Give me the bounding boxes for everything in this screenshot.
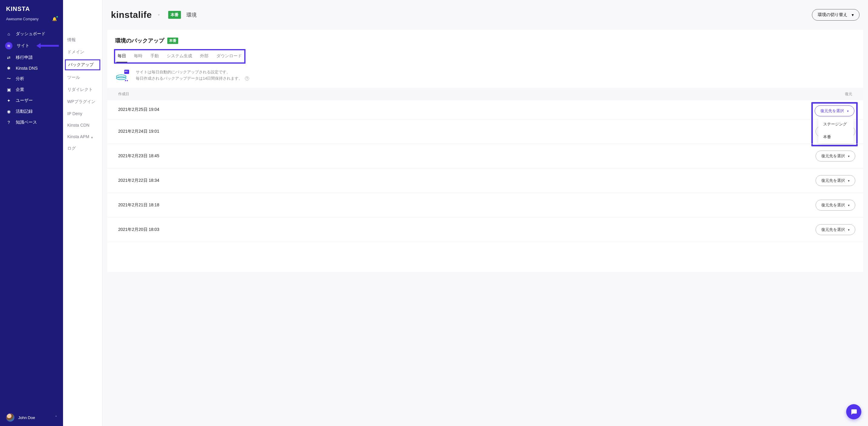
table-row: 2021年2月21日 18:18 復元先を選択 ▾ bbox=[107, 193, 863, 218]
info-line2: 毎日作成されるバックアップデータは14日間保持されます。 bbox=[136, 76, 243, 80]
tab-external[interactable]: 外部 bbox=[199, 52, 210, 62]
info-row: サイトは毎日自動的にバックアップされる設定です。 毎日作成されるバックアップデー… bbox=[107, 67, 863, 88]
help-icon: ? bbox=[6, 120, 11, 125]
company-name: Awesome Company bbox=[6, 17, 38, 21]
restore-dropdown: ステージング 本番 bbox=[818, 118, 854, 143]
backup-date: 2021年2月21日 18:18 bbox=[115, 202, 159, 208]
col-restore: 復元 bbox=[845, 92, 852, 97]
backup-date: 2021年2月23日 18:45 bbox=[115, 153, 159, 159]
dns-icon: ✱ bbox=[6, 66, 11, 71]
env-switch-label: 環境の切り替え bbox=[818, 12, 847, 18]
table-row: 2021年2月24日 19:01 復元先を選択 ▾ bbox=[107, 119, 863, 144]
backup-date: 2021年2月24日 19:01 bbox=[115, 129, 159, 134]
restore-label: 復元先を選択 bbox=[821, 227, 845, 232]
tab-manual[interactable]: 手動 bbox=[149, 52, 160, 62]
help-tooltip-icon[interactable]: ? bbox=[245, 76, 249, 80]
beta-badge-icon: ▲ bbox=[90, 135, 93, 139]
tab-system[interactable]: システム生成 bbox=[165, 52, 193, 62]
logo-text: KINSTA bbox=[6, 5, 30, 12]
chevron-down-icon: ▾ bbox=[848, 204, 849, 207]
dropdown-staging[interactable]: ステージング bbox=[818, 118, 854, 131]
subnav-backup[interactable]: バックアップ bbox=[65, 59, 100, 70]
chevron-down-icon: ▾ bbox=[848, 179, 849, 183]
nav-label: ダッシュボード bbox=[16, 31, 45, 37]
eye-icon: ◉ bbox=[6, 109, 11, 114]
subnav-plugins[interactable]: WPプラグイン bbox=[63, 96, 102, 108]
restore-label: 復元先を選択 bbox=[820, 108, 844, 113]
annotation-arrow bbox=[36, 43, 59, 48]
restore-select-button[interactable]: 復元先を選択 ▾ bbox=[815, 175, 855, 186]
primary-sidebar: KINSTA Awesome Company 🔔 ⌂ ダッシュボード ≋ サイト… bbox=[0, 0, 63, 426]
chevron-down-icon: ▾ bbox=[851, 12, 854, 17]
restore-select-button[interactable]: 復元先を選択 ▾ bbox=[815, 200, 855, 210]
backup-date: 2021年2月22日 18:34 bbox=[115, 178, 159, 183]
tab-hourly[interactable]: 毎時 bbox=[133, 52, 144, 62]
restore-select-button[interactable]: 復元先を選択 ▾ bbox=[815, 151, 855, 162]
restore-select-button[interactable]: 復元先を選択 ▾ bbox=[815, 105, 855, 116]
nav-label: 企業 bbox=[16, 87, 24, 92]
dropdown-production[interactable]: 本番 bbox=[818, 131, 854, 143]
nav-dns[interactable]: ✱ Kinsta DNS bbox=[0, 63, 63, 73]
env-switch-button[interactable]: 環境の切り替え ▾ bbox=[812, 9, 860, 21]
subnav-cdn[interactable]: Kinsta CDN bbox=[63, 119, 102, 131]
chevron-down-icon: ▾ bbox=[848, 228, 849, 231]
table-row: 2021年2月20日 18:03 復元先を選択 ▾ bbox=[107, 218, 863, 242]
chat-icon bbox=[850, 408, 858, 416]
table-row: 2021年2月23日 18:45 復元先を選択 ▾ bbox=[107, 144, 863, 168]
restore-label: 復元先を選択 bbox=[821, 153, 845, 159]
env-label: 環境 bbox=[186, 11, 197, 19]
info-text: サイトは毎日自動的にバックアップされる設定です。 毎日作成されるバックアップデー… bbox=[136, 69, 249, 82]
nav-migrations[interactable]: ⇄ 移行申請 bbox=[0, 52, 63, 63]
chat-widget-button[interactable] bbox=[846, 404, 861, 419]
nav-label: 移行申請 bbox=[16, 55, 33, 60]
nav-label: 活動記録 bbox=[16, 109, 33, 114]
restore-select-button[interactable]: 復元先を選択 ▾ bbox=[815, 224, 855, 235]
panel-title: 環境のバックアップ bbox=[115, 37, 164, 44]
tab-daily[interactable]: 毎日 bbox=[116, 52, 127, 62]
notification-bell-icon[interactable]: 🔔 bbox=[52, 17, 57, 21]
subnav-redirect[interactable]: リダイレクト bbox=[63, 84, 102, 96]
svg-point-5 bbox=[125, 80, 126, 81]
avatar bbox=[6, 413, 14, 422]
table-header: 作成日 復元 bbox=[107, 88, 863, 100]
tabs-annotation-box: 毎日 毎時 手動 システム生成 外部 ダウンロード bbox=[114, 49, 246, 64]
tab-download[interactable]: ダウンロード bbox=[215, 52, 243, 62]
chevron-down-icon: ▾ bbox=[848, 155, 849, 158]
panel-heading: 環境のバックアップ 本番 bbox=[107, 37, 863, 48]
subnav-apm[interactable]: Kinsta APM▲ bbox=[63, 131, 102, 142]
nav-analytics[interactable]: 〜 分析 bbox=[0, 73, 63, 84]
user-footer[interactable]: John Doe ˄ bbox=[0, 409, 63, 426]
nav-users[interactable]: ✦ ユーザー bbox=[0, 95, 63, 106]
restore-label: 復元先を選択 bbox=[821, 178, 845, 183]
home-icon: ⌂ bbox=[6, 32, 11, 36]
analytics-icon: 〜 bbox=[6, 76, 11, 81]
subnav-tools[interactable]: ツール bbox=[63, 71, 102, 84]
site-chevron-icon[interactable]: ▾ bbox=[158, 13, 160, 17]
nav-knowledge[interactable]: ? 知識ベース bbox=[0, 117, 63, 128]
chevron-down-icon: ▾ bbox=[847, 109, 848, 113]
nav-company[interactable]: ▣ 企業 bbox=[0, 84, 63, 95]
col-created: 作成日 bbox=[118, 92, 129, 97]
restore-label: 復元先を選択 bbox=[821, 202, 845, 208]
nav-label: Kinsta DNS bbox=[16, 66, 38, 71]
company-icon: ▣ bbox=[6, 87, 11, 92]
backup-date: 2021年2月20日 18:03 bbox=[115, 227, 159, 232]
nav-sites[interactable]: ≋ サイト bbox=[0, 39, 63, 52]
info-line1: サイトは毎日自動的にバックアップされる設定です。 bbox=[136, 69, 249, 75]
nav-dashboard[interactable]: ⌂ ダッシュボード bbox=[0, 29, 63, 39]
backup-calendar-icon bbox=[115, 69, 130, 82]
svg-rect-4 bbox=[126, 71, 127, 72]
main-content: kinstalife ▾ 本番 環境 環境の切り替え ▾ 環境のバックアップ 本… bbox=[102, 0, 868, 426]
subnav-ipdeny[interactable]: IP Deny bbox=[63, 108, 102, 119]
svg-point-6 bbox=[127, 80, 128, 81]
site-name: kinstalife bbox=[111, 10, 152, 20]
subnav-info[interactable]: 情報 bbox=[63, 34, 102, 46]
nav-activity[interactable]: ◉ 活動記録 bbox=[0, 106, 63, 117]
table-row: 2021年2月22日 18:34 復元先を選択 ▾ bbox=[107, 168, 863, 193]
backup-tabs: 毎日 毎時 手動 システム生成 外部 ダウンロード bbox=[116, 52, 243, 62]
subnav-domain[interactable]: ドメイン bbox=[63, 46, 102, 58]
sites-icon: ≋ bbox=[5, 42, 12, 50]
backup-panel: 環境のバックアップ 本番 毎日 毎時 手動 システム生成 外部 ダウンロード bbox=[107, 30, 863, 272]
subnav-logs[interactable]: ログ bbox=[63, 142, 102, 155]
env-badge: 本番 bbox=[168, 11, 181, 19]
